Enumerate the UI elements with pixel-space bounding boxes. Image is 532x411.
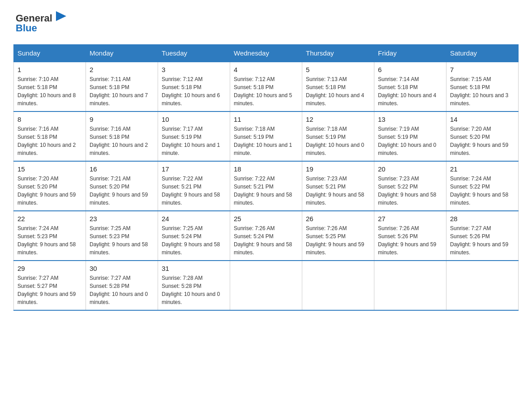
calendar-cell: 30 Sunrise: 7:27 AM Sunset: 5:28 PM Dayl… [86, 261, 158, 310]
calendar-cell: 18 Sunrise: 7:22 AM Sunset: 5:21 PM Dayl… [230, 161, 302, 211]
calendar-cell: 15 Sunrise: 7:20 AM Sunset: 5:20 PM Dayl… [14, 161, 86, 211]
calendar-cell: 28 Sunrise: 7:27 AM Sunset: 5:26 PM Dayl… [446, 211, 519, 261]
calendar-cell: 6 Sunrise: 7:14 AM Sunset: 5:18 PM Dayli… [374, 62, 446, 111]
day-info: Sunrise: 7:20 AM Sunset: 5:20 PM Dayligh… [17, 175, 82, 207]
calendar-cell: 25 Sunrise: 7:26 AM Sunset: 5:24 PM Dayl… [230, 211, 302, 261]
day-info: Sunrise: 7:25 AM Sunset: 5:24 PM Dayligh… [162, 224, 226, 257]
calendar-cell: 8 Sunrise: 7:16 AM Sunset: 5:18 PM Dayli… [14, 111, 86, 161]
weekday-header-saturday: Saturday [446, 45, 519, 62]
calendar-cell: 23 Sunrise: 7:25 AM Sunset: 5:23 PM Dayl… [86, 211, 158, 261]
day-info: Sunrise: 7:26 AM Sunset: 5:26 PM Dayligh… [378, 224, 442, 257]
calendar-cell [446, 261, 519, 310]
day-number: 2 [90, 66, 154, 73]
weekday-header-row: SundayMondayTuesdayWednesdayThursdayFrid… [14, 45, 519, 62]
day-info: Sunrise: 7:17 AM Sunset: 5:19 PM Dayligh… [162, 125, 226, 157]
day-info: Sunrise: 7:21 AM Sunset: 5:20 PM Dayligh… [90, 175, 154, 207]
calendar-cell [230, 261, 302, 310]
calendar-cell: 21 Sunrise: 7:24 AM Sunset: 5:22 PM Dayl… [446, 161, 519, 211]
week-row-1: 1 Sunrise: 7:10 AM Sunset: 5:18 PM Dayli… [14, 62, 519, 111]
calendar-cell [374, 261, 446, 310]
day-number: 15 [17, 165, 82, 173]
week-row-2: 8 Sunrise: 7:16 AM Sunset: 5:18 PM Dayli… [14, 111, 519, 161]
day-number: 22 [17, 215, 82, 223]
day-info: Sunrise: 7:28 AM Sunset: 5:28 PM Dayligh… [162, 274, 226, 306]
svg-marker-1 [56, 11, 66, 21]
calendar-table: SundayMondayTuesdayWednesdayThursdayFrid… [13, 44, 519, 311]
day-number: 21 [450, 165, 515, 173]
day-number: 9 [90, 116, 154, 123]
day-info: Sunrise: 7:16 AM Sunset: 5:18 PM Dayligh… [17, 125, 82, 157]
calendar-cell: 24 Sunrise: 7:25 AM Sunset: 5:24 PM Dayl… [158, 211, 230, 261]
calendar-cell: 5 Sunrise: 7:13 AM Sunset: 5:18 PM Dayli… [302, 62, 374, 111]
day-number: 6 [378, 66, 442, 73]
weekday-header-tuesday: Tuesday [158, 45, 230, 62]
calendar-cell: 31 Sunrise: 7:28 AM Sunset: 5:28 PM Dayl… [158, 261, 230, 310]
calendar-cell [302, 261, 374, 310]
day-info: Sunrise: 7:27 AM Sunset: 5:28 PM Dayligh… [90, 274, 154, 306]
calendar-cell: 26 Sunrise: 7:26 AM Sunset: 5:25 PM Dayl… [302, 211, 374, 261]
day-number: 31 [162, 265, 226, 272]
weekday-header-wednesday: Wednesday [230, 45, 302, 62]
calendar-cell: 1 Sunrise: 7:10 AM Sunset: 5:18 PM Dayli… [14, 62, 86, 111]
calendar-cell: 29 Sunrise: 7:27 AM Sunset: 5:27 PM Dayl… [14, 261, 86, 310]
day-info: Sunrise: 7:13 AM Sunset: 5:18 PM Dayligh… [306, 75, 370, 107]
day-number: 1 [17, 66, 82, 73]
week-row-5: 29 Sunrise: 7:27 AM Sunset: 5:27 PM Dayl… [14, 261, 519, 310]
week-row-3: 15 Sunrise: 7:20 AM Sunset: 5:20 PM Dayl… [14, 161, 519, 211]
page-header: General Blue [13, 9, 519, 35]
day-info: Sunrise: 7:24 AM Sunset: 5:22 PM Dayligh… [450, 175, 515, 207]
day-number: 13 [378, 116, 442, 123]
logo: General Blue [13, 9, 72, 35]
day-number: 12 [306, 116, 370, 123]
calendar-cell: 19 Sunrise: 7:23 AM Sunset: 5:21 PM Dayl… [302, 161, 374, 211]
week-row-4: 22 Sunrise: 7:24 AM Sunset: 5:23 PM Dayl… [14, 211, 519, 261]
calendar-cell: 16 Sunrise: 7:21 AM Sunset: 5:20 PM Dayl… [86, 161, 158, 211]
day-number: 16 [90, 165, 154, 173]
day-number: 20 [378, 165, 442, 173]
logo-svg: General Blue [13, 9, 72, 34]
day-info: Sunrise: 7:20 AM Sunset: 5:20 PM Dayligh… [450, 125, 515, 157]
day-info: Sunrise: 7:24 AM Sunset: 5:23 PM Dayligh… [17, 224, 82, 257]
day-number: 23 [90, 215, 154, 223]
calendar-cell: 10 Sunrise: 7:17 AM Sunset: 5:19 PM Dayl… [158, 111, 230, 161]
day-number: 8 [17, 116, 82, 123]
day-number: 24 [162, 215, 226, 223]
calendar-cell: 3 Sunrise: 7:12 AM Sunset: 5:18 PM Dayli… [158, 62, 230, 111]
day-info: Sunrise: 7:22 AM Sunset: 5:21 PM Dayligh… [234, 175, 298, 207]
day-info: Sunrise: 7:10 AM Sunset: 5:18 PM Dayligh… [17, 75, 82, 107]
calendar-cell: 7 Sunrise: 7:15 AM Sunset: 5:18 PM Dayli… [446, 62, 519, 111]
calendar-cell: 22 Sunrise: 7:24 AM Sunset: 5:23 PM Dayl… [14, 211, 86, 261]
weekday-header-monday: Monday [86, 45, 158, 62]
calendar-cell: 20 Sunrise: 7:23 AM Sunset: 5:22 PM Dayl… [374, 161, 446, 211]
day-number: 5 [306, 66, 370, 73]
day-info: Sunrise: 7:27 AM Sunset: 5:27 PM Dayligh… [17, 274, 82, 306]
day-info: Sunrise: 7:12 AM Sunset: 5:18 PM Dayligh… [234, 75, 298, 107]
day-info: Sunrise: 7:19 AM Sunset: 5:19 PM Dayligh… [378, 125, 442, 157]
day-info: Sunrise: 7:15 AM Sunset: 5:18 PM Dayligh… [450, 75, 515, 107]
day-number: 25 [234, 215, 298, 223]
day-info: Sunrise: 7:18 AM Sunset: 5:19 PM Dayligh… [306, 125, 370, 157]
day-number: 11 [234, 116, 298, 123]
weekday-header-thursday: Thursday [302, 45, 374, 62]
day-info: Sunrise: 7:25 AM Sunset: 5:23 PM Dayligh… [90, 224, 154, 257]
calendar-cell: 2 Sunrise: 7:11 AM Sunset: 5:18 PM Dayli… [86, 62, 158, 111]
day-number: 28 [450, 215, 515, 223]
day-info: Sunrise: 7:26 AM Sunset: 5:25 PM Dayligh… [306, 224, 370, 257]
day-number: 3 [162, 66, 226, 73]
weekday-header-sunday: Sunday [14, 45, 86, 62]
day-number: 7 [450, 66, 515, 73]
day-number: 27 [378, 215, 442, 223]
day-info: Sunrise: 7:16 AM Sunset: 5:18 PM Dayligh… [90, 125, 154, 157]
day-info: Sunrise: 7:23 AM Sunset: 5:21 PM Dayligh… [306, 175, 370, 207]
day-number: 14 [450, 116, 515, 123]
day-info: Sunrise: 7:27 AM Sunset: 5:26 PM Dayligh… [450, 224, 515, 257]
calendar-cell: 4 Sunrise: 7:12 AM Sunset: 5:18 PM Dayli… [230, 62, 302, 111]
calendar-cell: 27 Sunrise: 7:26 AM Sunset: 5:26 PM Dayl… [374, 211, 446, 261]
svg-text:Blue: Blue [16, 22, 37, 34]
day-number: 29 [17, 265, 82, 272]
day-number: 19 [306, 165, 370, 173]
calendar-cell: 12 Sunrise: 7:18 AM Sunset: 5:19 PM Dayl… [302, 111, 374, 161]
day-number: 17 [162, 165, 226, 173]
calendar-cell: 13 Sunrise: 7:19 AM Sunset: 5:19 PM Dayl… [374, 111, 446, 161]
day-info: Sunrise: 7:18 AM Sunset: 5:19 PM Dayligh… [234, 125, 298, 157]
